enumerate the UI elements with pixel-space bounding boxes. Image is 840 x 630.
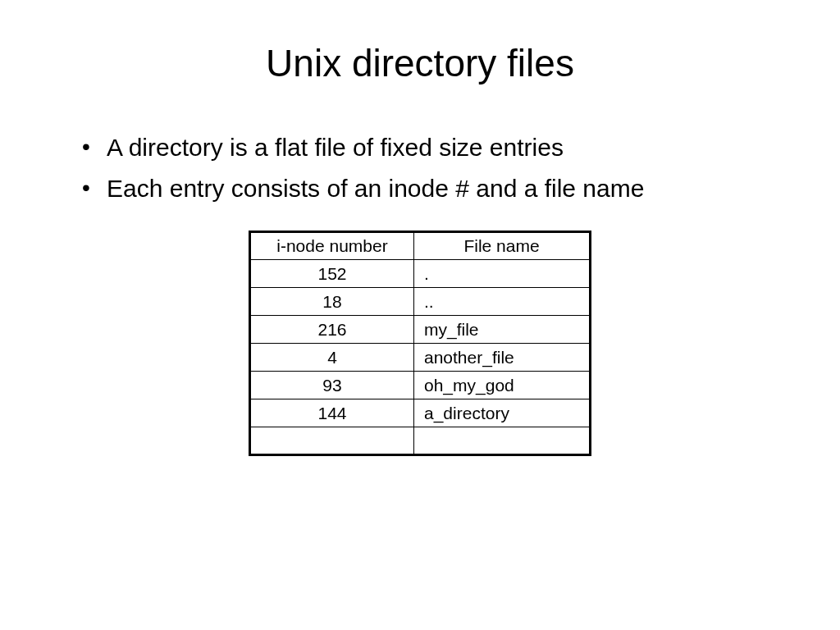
slide: Unix directory files A directory is a fl… <box>0 0 840 630</box>
cell-inode: 93 <box>250 372 414 399</box>
cell-inode <box>250 427 414 455</box>
directory-table: i-node number File name 152 . 18 .. 216 … <box>249 231 591 456</box>
table-row: 93 oh_my_god <box>250 372 591 399</box>
cell-inode: 216 <box>250 316 414 344</box>
cell-inode: 18 <box>250 288 414 316</box>
table-row: 216 my_file <box>250 316 591 344</box>
table-row: 18 .. <box>250 288 591 316</box>
bullet-item: A directory is a flat file of fixed size… <box>82 130 791 165</box>
header-fname: File name <box>414 232 591 260</box>
cell-inode: 152 <box>250 260 414 288</box>
cell-fname: . <box>414 260 591 288</box>
cell-fname: my_file <box>414 316 591 344</box>
bullet-item: Each entry consists of an inode # and a … <box>82 171 791 206</box>
cell-fname: another_file <box>414 344 591 372</box>
cell-inode: 144 <box>250 399 414 427</box>
table-row: 152 . <box>250 260 591 288</box>
table-container: i-node number File name 152 . 18 .. 216 … <box>49 231 791 456</box>
table-row <box>250 427 591 455</box>
header-inode: i-node number <box>250 232 414 260</box>
table-row: 144 a_directory <box>250 399 591 427</box>
cell-fname: a_directory <box>414 399 591 427</box>
cell-fname <box>414 427 591 455</box>
cell-fname: oh_my_god <box>414 372 591 399</box>
table-row: 4 another_file <box>250 344 591 372</box>
slide-title: Unix directory files <box>49 41 791 85</box>
table-header-row: i-node number File name <box>250 232 591 260</box>
bullet-list: A directory is a flat file of fixed size… <box>49 130 791 206</box>
cell-inode: 4 <box>250 344 414 372</box>
cell-fname: .. <box>414 288 591 316</box>
